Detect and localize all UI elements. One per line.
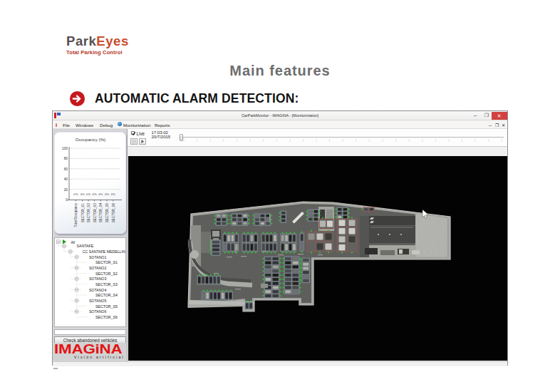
svg-text:SANTAFE: SANTAFE — [77, 244, 94, 248]
svg-text:SOTANO5: SOTANO5 — [89, 299, 107, 303]
svg-text:SOTANO3: SOTANO3 — [89, 277, 107, 281]
svg-text:CC SANTAFE MEDELLIN: CC SANTAFE MEDELLIN — [83, 249, 125, 254]
svg-text:SECTOR_S1: SECTOR_S1 — [95, 260, 118, 264]
svg-text:SECTOR_S2: SECTOR_S2 — [95, 272, 118, 276]
svg-text:SECTOR_S4: SECTOR_S4 — [95, 293, 118, 297]
svg-text:SOTANO6: SOTANO6 — [89, 309, 107, 314]
svg-text:SECTOR_S6: SECTOR_S6 — [95, 315, 118, 319]
svg-text:SOTANO2: SOTANO2 — [89, 266, 107, 270]
svg-text:SOTANO1: SOTANO1 — [89, 255, 107, 259]
svg-text:All: All — [71, 240, 75, 244]
svg-text:SOTANO4: SOTANO4 — [89, 288, 107, 292]
svg-text:SECTOR_S5: SECTOR_S5 — [95, 304, 118, 309]
svg-text:SECTOR_S3: SECTOR_S3 — [95, 282, 118, 287]
